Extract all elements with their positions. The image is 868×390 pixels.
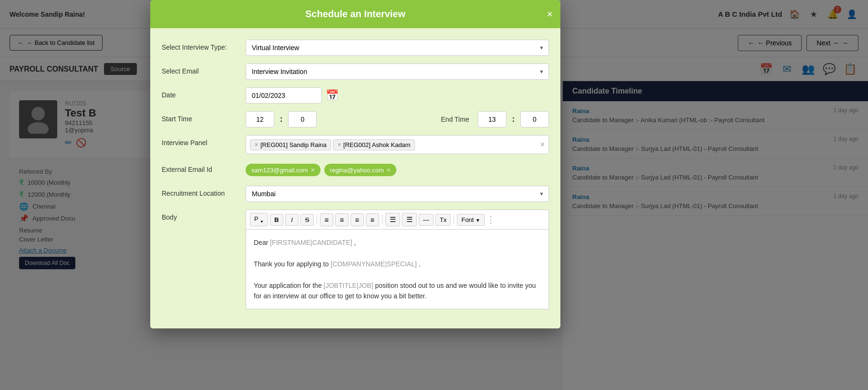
body-label: Body bbox=[162, 210, 238, 221]
interview-panel-row: Interview Panel ✕ [REG001] Sandip Raina … bbox=[162, 135, 549, 154]
period-text: . bbox=[419, 260, 421, 268]
start-time-group: : bbox=[246, 111, 424, 127]
font-label: Font bbox=[461, 216, 474, 223]
recruitment-location-select[interactable]: Mumbai bbox=[246, 186, 549, 202]
strikethrough-button[interactable]: S bbox=[300, 214, 314, 226]
interview-panel-label: Interview Panel bbox=[162, 135, 238, 147]
modal-header: Schedule an Interview × bbox=[150, 0, 560, 28]
comma-text: , bbox=[354, 239, 356, 246]
unordered-list-button[interactable]: ☰ bbox=[385, 213, 400, 226]
panel-tag-close-2[interactable]: ✕ bbox=[337, 142, 341, 148]
select-email-select-wrapper[interactable]: Interview Invitation bbox=[246, 63, 549, 80]
modal-body: Select Interview Type: Virtual Interview… bbox=[150, 28, 560, 328]
modal-title: Schedule an Interview bbox=[305, 9, 405, 20]
horizontal-rule-button[interactable]: — bbox=[419, 214, 434, 226]
body-line-3: Your application for the [JOBTITLE|JOB] … bbox=[254, 280, 541, 302]
paragraph-sub: ▼ bbox=[260, 220, 264, 224]
justify-button[interactable]: ≡ bbox=[366, 213, 379, 226]
end-time-min-input[interactable] bbox=[520, 111, 549, 127]
email-1-value: sam123@gmail.com bbox=[251, 167, 308, 174]
clear-format-label: Tx bbox=[440, 216, 446, 223]
body-line-1: Dear [FIRSTNAME|CANDIDATE] , bbox=[254, 237, 541, 248]
paragraph-button[interactable]: P ▼ bbox=[250, 213, 268, 226]
recruitment-location-label: Recruitment Location bbox=[162, 186, 238, 197]
paragraph-label: P bbox=[254, 215, 258, 222]
body-toolbar: P ▼ B I S ≡ ≡ ≡ ≡ bbox=[246, 210, 549, 229]
end-time-hour-input[interactable] bbox=[478, 111, 506, 127]
interview-type-select[interactable]: Virtual Interview bbox=[246, 40, 549, 56]
ordered-list-button[interactable]: ☰ bbox=[402, 213, 417, 226]
toolbar-divider-1 bbox=[317, 215, 317, 224]
italic-button[interactable]: I bbox=[285, 214, 299, 226]
panel-member-2-label: [REG002] Ashok Kadam bbox=[343, 141, 411, 148]
email-2-value: regina@yahoo.com bbox=[330, 167, 384, 174]
interview-type-select-wrapper[interactable]: Virtual Interview bbox=[246, 40, 549, 56]
companyname-var: [COMPANYNAME|SPECIAL] bbox=[331, 260, 417, 268]
body-content-area[interactable]: Dear [FIRSTNAME|CANDIDATE] , Thank you f… bbox=[246, 229, 549, 309]
date-row: Date 📅 bbox=[162, 87, 549, 104]
email-tag-2-close[interactable]: × bbox=[387, 166, 391, 174]
body-editor: P ▼ B I S ≡ ≡ ≡ ≡ bbox=[246, 210, 549, 309]
panel-member-1-label: [REG001] Sandip Raina bbox=[260, 141, 327, 148]
external-email-label: External Email Id bbox=[162, 162, 238, 173]
end-time-colon: : bbox=[509, 115, 517, 124]
align-left-button[interactable]: ≡ bbox=[320, 213, 333, 226]
external-email-tags: sam123@gmail.com × regina@yahoo.com × bbox=[246, 162, 549, 178]
email-tag-2: regina@yahoo.com × bbox=[324, 164, 396, 176]
bold-label: B bbox=[274, 216, 279, 223]
recruitment-location-row: Recruitment Location Mumbai bbox=[162, 186, 549, 202]
end-time-label: End Time bbox=[441, 116, 469, 123]
dear-text: Dear bbox=[254, 239, 270, 246]
email-tag-1: sam123@gmail.com × bbox=[246, 164, 320, 176]
select-email-label: Select Email bbox=[162, 63, 238, 75]
panel-member-2-tag[interactable]: ✕ [REG002] Ashok Kadam bbox=[333, 139, 415, 150]
strikethrough-label: S bbox=[305, 216, 310, 223]
email-tag-1-close[interactable]: × bbox=[311, 166, 315, 174]
start-time-colon: : bbox=[277, 115, 285, 124]
firstname-var: [FIRSTNAME|CANDIDATE] bbox=[270, 239, 352, 246]
interview-type-label: Select Interview Type: bbox=[162, 40, 238, 51]
date-input-wrapper: 📅 bbox=[246, 87, 549, 104]
start-time-min-input[interactable] bbox=[288, 111, 317, 127]
toolbar-divider-2 bbox=[382, 215, 382, 224]
interview-panel-input[interactable]: ✕ [REG001] Sandip Raina ✕ [REG002] Ashok… bbox=[246, 135, 549, 154]
interview-type-row: Select Interview Type: Virtual Interview bbox=[162, 40, 549, 56]
font-button[interactable]: Font ▼ bbox=[457, 214, 485, 226]
toolbar-divider-3 bbox=[454, 215, 454, 224]
external-email-row: External Email Id sam123@gmail.com × reg… bbox=[162, 162, 549, 178]
more-options-button[interactable]: ⋮ bbox=[486, 214, 495, 225]
font-dropdown-arrow: ▼ bbox=[475, 218, 480, 223]
body-line-2: Thank you for applying to [COMPANYNAME|S… bbox=[254, 259, 541, 269]
panel-tags-clear-button[interactable]: × bbox=[540, 140, 545, 149]
application-text: Your application for the bbox=[254, 282, 324, 289]
select-email-row: Select Email Interview Invitation bbox=[162, 63, 549, 80]
panel-member-1-tag[interactable]: ✕ [REG001] Sandip Raina bbox=[250, 139, 331, 150]
start-time-hour-input[interactable] bbox=[246, 111, 274, 127]
start-time-label: Start Time bbox=[162, 111, 238, 123]
italic-label: I bbox=[291, 216, 293, 223]
bold-button[interactable]: B bbox=[270, 214, 283, 226]
time-row: Start Time : End Time : bbox=[162, 111, 549, 127]
end-time-group: End Time : bbox=[441, 111, 549, 127]
date-label: Date bbox=[162, 87, 238, 99]
clear-format-button[interactable]: Tx bbox=[435, 214, 451, 226]
select-email-select[interactable]: Interview Invitation bbox=[246, 63, 549, 80]
align-right-button[interactable]: ≡ bbox=[351, 213, 364, 226]
align-center-button[interactable]: ≡ bbox=[335, 213, 349, 226]
thank-you-text: Thank you for applying to bbox=[254, 260, 331, 268]
jobtitle-var: [JOBTITLE|JOB] bbox=[324, 282, 373, 289]
recruitment-location-select-wrapper[interactable]: Mumbai bbox=[246, 186, 549, 202]
modal-close-button[interactable]: × bbox=[547, 9, 553, 20]
body-row: Body P ▼ B I S bbox=[162, 210, 549, 309]
calendar-picker-icon[interactable]: 📅 bbox=[326, 89, 339, 102]
panel-tag-close-1[interactable]: ✕ bbox=[254, 142, 258, 148]
date-input[interactable] bbox=[246, 87, 322, 104]
schedule-interview-modal: Schedule an Interview × Select Interview… bbox=[150, 0, 560, 328]
